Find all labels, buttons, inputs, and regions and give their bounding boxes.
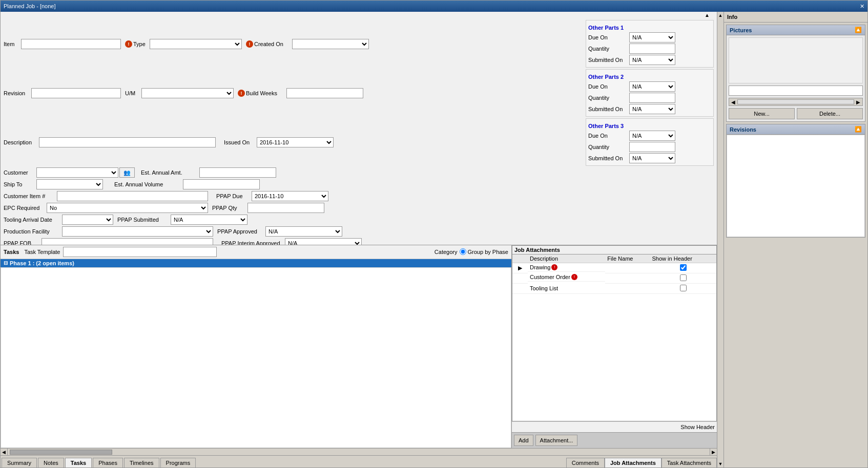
est-annual-amt-label: Est. Annual Amt.	[141, 169, 197, 176]
revisions-body	[727, 135, 865, 237]
customer-search-button[interactable]: 👥	[119, 167, 135, 178]
attachment-button[interactable]: Attachment...	[535, 435, 578, 446]
op1-quantity-input[interactable]	[629, 44, 675, 54]
tab-tasks[interactable]: Tasks	[65, 458, 92, 467]
tab-task-attachments[interactable]: Task Attachments	[662, 458, 717, 467]
op2-due-on-label: Due On	[588, 83, 629, 90]
op3-submitted-on-select[interactable]: N/A	[629, 153, 675, 163]
customer-select[interactable]	[36, 167, 118, 178]
ppap-fob-label: PPAP FOB	[4, 240, 39, 245]
job-attachments-title: Job Attachments	[512, 246, 716, 254]
tab-timelines[interactable]: Timelines	[124, 458, 159, 467]
revisions-collapse-icon[interactable]: 🔼	[855, 126, 862, 133]
window-title: Planned Job - [none]	[4, 3, 56, 9]
customer-label: Customer	[4, 169, 34, 176]
epc-required-select[interactable]: No	[47, 203, 208, 213]
op1-due-on-select[interactable]: N/A	[629, 32, 675, 42]
ppap-approved-select[interactable]: N/A	[265, 226, 342, 237]
um-label: U/M	[125, 90, 139, 96]
production-facility-label: Production Facility	[4, 228, 60, 235]
tooling-arrival-select[interactable]	[62, 215, 113, 225]
op2-submitted-on-label: Submitted On	[588, 106, 629, 112]
op2-submitted-on-select[interactable]: N/A	[629, 104, 675, 114]
info-panel-header: Info	[724, 12, 867, 23]
tab-comments[interactable]: Comments	[566, 458, 605, 467]
new-picture-button[interactable]: New...	[729, 108, 795, 119]
picture-caption-input[interactable]	[729, 86, 863, 96]
description-input[interactable]	[39, 137, 216, 147]
revisions-label: Revisions	[730, 126, 756, 133]
row3-description: Tooling List	[528, 283, 605, 293]
ppap-fob-input[interactable]	[42, 238, 213, 245]
op3-quantity-input[interactable]	[629, 142, 675, 152]
op2-quantity-input[interactable]	[629, 93, 675, 103]
ship-to-select[interactable]	[36, 179, 103, 189]
phase1-bar[interactable]: ⊟ Phase 1 : (2 open items)	[1, 259, 511, 267]
op2-due-on-select[interactable]: N/A	[629, 81, 675, 92]
delete-picture-button[interactable]: Delete...	[797, 108, 863, 119]
scroll-up-main[interactable]: ▲	[717, 12, 724, 19]
ppap-due-select[interactable]: 2016-11-10	[252, 191, 328, 201]
customer-item-label: Customer Item #	[4, 193, 55, 199]
type-select[interactable]	[150, 39, 242, 49]
type-label: Type	[133, 41, 148, 47]
op1-submitted-on-select[interactable]: N/A	[629, 55, 675, 65]
row1-show-in-header[interactable]	[680, 264, 687, 271]
build-weeks-input[interactable]	[286, 88, 363, 98]
ppap-interim-approved-select[interactable]: N/A	[285, 238, 362, 245]
phase-collapse-icon[interactable]: ⊟	[4, 260, 8, 266]
pictures-section-header: Pictures 🔼	[727, 25, 865, 35]
scroll-right-arrow[interactable]: ▶	[710, 449, 717, 455]
row2-show-in-header[interactable]	[680, 274, 687, 281]
row1-description: Drawing	[530, 264, 550, 270]
production-facility-select[interactable]	[62, 226, 213, 237]
op3-due-on-select[interactable]: N/A	[629, 131, 675, 141]
row3-show-in-header[interactable]	[680, 285, 687, 291]
pictures-label: Pictures	[730, 27, 752, 33]
description-label: Description	[4, 139, 37, 145]
task-template-input[interactable]	[63, 247, 217, 257]
ppap-qty-label: PPAP Qty	[212, 205, 245, 211]
op2-quantity-label: Quantity	[588, 95, 629, 101]
tab-programs[interactable]: Programs	[160, 458, 196, 467]
scroll-up-arrow[interactable]: ▲	[705, 12, 710, 18]
um-select[interactable]	[141, 88, 234, 98]
tab-phases[interactable]: Phases	[93, 458, 123, 467]
ppap-qty-input[interactable]	[247, 203, 324, 213]
created-on-select[interactable]	[292, 39, 369, 49]
close-button[interactable]: ✕	[860, 3, 864, 10]
add-attachment-button[interactable]: Add	[514, 435, 533, 446]
op1-quantity-label: Quantity	[588, 46, 629, 52]
est-annual-amt-input[interactable]	[199, 167, 276, 178]
op3-due-on-label: Due On	[588, 133, 629, 139]
issued-on-select[interactable]: 2016-11-10	[257, 137, 334, 147]
scroll-left-arrow[interactable]: ◀	[1, 449, 8, 455]
group-by-phase-radio[interactable]	[460, 248, 466, 255]
phase1-label: Phase 1 : (2 open items)	[10, 260, 74, 266]
est-annual-volume-input[interactable]	[183, 179, 260, 189]
tab-notes[interactable]: Notes	[38, 458, 64, 467]
item-input[interactable]	[21, 39, 121, 49]
row1-expand-icon[interactable]: ▶	[518, 265, 522, 271]
row2-filename	[605, 273, 650, 283]
ppap-due-label: PPAP Due	[216, 193, 250, 199]
revisions-section: Revisions 🔼	[726, 124, 865, 238]
picture-next-arrow[interactable]: ▶	[856, 99, 860, 105]
row1-filename	[605, 263, 650, 273]
revisions-section-header: Revisions 🔼	[727, 124, 865, 135]
tab-job-attachments[interactable]: Job Attachments	[605, 458, 662, 467]
picture-prev-arrow[interactable]: ◀	[731, 99, 735, 105]
col-show-in-header: Show in Header	[650, 254, 716, 263]
attachment-row-1: ▶ Drawing !	[512, 263, 716, 273]
attachment-row-2: Customer Order !	[512, 273, 716, 283]
created-on-label: Created On	[254, 41, 290, 47]
op3-quantity-label: Quantity	[588, 144, 629, 150]
customer-item-input[interactable]	[57, 191, 208, 201]
ppap-submitted-select[interactable]: N/A	[171, 215, 247, 225]
scroll-down-main[interactable]: ▼	[717, 460, 724, 467]
revision-input[interactable]	[31, 88, 121, 98]
tab-summary[interactable]: Summary	[2, 458, 37, 467]
task-template-label: Task Template	[24, 249, 60, 255]
pictures-collapse-icon[interactable]: 🔼	[855, 27, 862, 33]
build-weeks-label: Build Weeks	[246, 90, 284, 96]
